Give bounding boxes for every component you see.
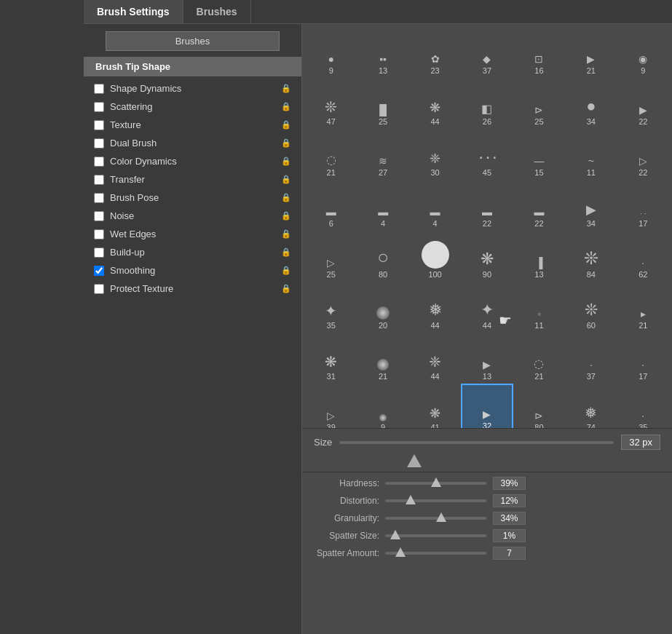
brush-cell[interactable]: 100 bbox=[409, 231, 461, 282]
brush-cell[interactable]: · 62 bbox=[617, 231, 669, 282]
checkbox-build-up[interactable] bbox=[94, 247, 104, 258]
tab-brushes[interactable]: Brushes bbox=[183, 0, 251, 23]
brush-cell[interactable]: ✿ 23 bbox=[409, 27, 461, 78]
brush-cell[interactable]: ❅ 44 bbox=[409, 282, 461, 333]
checkbox-shape-dynamics[interactable] bbox=[94, 84, 104, 94]
brush-cell[interactable]: ◆ 37 bbox=[461, 27, 513, 78]
brush-cell[interactable]: ❊ 84 bbox=[565, 231, 617, 282]
brush-preview: ▶ bbox=[483, 408, 491, 420]
setting-color-dynamics[interactable]: Color Dynamics 🔒 bbox=[84, 152, 301, 170]
brush-cell[interactable]: — 15 bbox=[513, 129, 565, 180]
spatter-size-value[interactable]: 1% bbox=[493, 529, 526, 542]
spatter-size-slider[interactable] bbox=[385, 534, 487, 537]
granularity-value[interactable]: 34% bbox=[493, 512, 526, 525]
brush-cell[interactable]: ▬ 22 bbox=[461, 180, 513, 231]
brush-cell[interactable]: ⊳ 25 bbox=[513, 78, 565, 129]
setting-wet-edges[interactable]: Wet Edges 🔒 bbox=[84, 225, 301, 243]
size-value[interactable]: 32 px bbox=[621, 435, 660, 450]
setting-noise[interactable]: Noise 🔒 bbox=[84, 207, 301, 225]
brush-cell[interactable]: ◌ 21 bbox=[513, 333, 565, 384]
brush-cell[interactable]: ● 9 bbox=[305, 27, 357, 78]
brush-cell[interactable]: ❊ 47 bbox=[305, 78, 357, 129]
label-brush-pose: Brush Pose bbox=[110, 192, 275, 203]
checkbox-wet-edges[interactable] bbox=[94, 229, 104, 239]
brushes-button[interactable]: Brushes bbox=[106, 31, 280, 51]
brush-cell[interactable]: ▷ 39 bbox=[305, 384, 357, 428]
distortion-value[interactable]: 12% bbox=[493, 494, 526, 507]
brush-cell[interactable]: ◉ 9 bbox=[617, 27, 669, 78]
checkbox-transfer[interactable] bbox=[94, 175, 104, 185]
brush-cell[interactable]: ❈ 44 bbox=[409, 333, 461, 384]
brush-cell[interactable]: ❈ 30 bbox=[409, 129, 461, 180]
brush-cell[interactable]: ~ 11 bbox=[565, 129, 617, 180]
checkbox-noise[interactable] bbox=[94, 211, 104, 221]
hardness-value[interactable]: 39% bbox=[493, 477, 526, 490]
checkbox-color-dynamics[interactable] bbox=[94, 156, 104, 167]
granularity-slider[interactable] bbox=[385, 517, 487, 520]
tab-brush-settings[interactable]: Brush Settings bbox=[84, 0, 183, 23]
brush-cell[interactable]: ● 34 bbox=[565, 78, 617, 129]
brush-cell[interactable]: · 35 bbox=[617, 384, 669, 428]
setting-protect-texture[interactable]: Protect Texture 🔒 bbox=[84, 280, 301, 298]
brush-cell[interactable]: · 17 bbox=[617, 333, 669, 384]
brush-cell[interactable]: ❊ 60 bbox=[565, 282, 617, 333]
checkbox-smoothing[interactable] bbox=[94, 266, 104, 276]
distortion-slider[interactable] bbox=[385, 499, 487, 502]
brush-cell[interactable]: ▐▌ 25 bbox=[357, 78, 408, 129]
brush-cell[interactable]: ▷ 22 bbox=[617, 129, 669, 180]
brush-cell[interactable]: 20 bbox=[357, 282, 408, 333]
brush-cell[interactable]: ≋ 27 bbox=[357, 129, 408, 180]
setting-brush-pose[interactable]: Brush Pose 🔒 bbox=[84, 189, 301, 207]
brush-cell[interactable]: 21 bbox=[357, 333, 408, 384]
brush-cell[interactable]: ❋ 44 bbox=[409, 78, 461, 129]
brush-cell[interactable]: ◦ 11 bbox=[513, 282, 565, 333]
checkbox-dual-brush[interactable] bbox=[94, 138, 104, 148]
setting-build-up[interactable]: Build-up 🔒 bbox=[84, 243, 301, 261]
brush-cell-selected[interactable]: ▶ 32 bbox=[461, 384, 513, 428]
brush-cell[interactable]: ✦ 44 ☛ bbox=[461, 282, 513, 333]
checkbox-protect-texture[interactable] bbox=[94, 284, 104, 294]
brush-cell[interactable]: · · · 45 bbox=[461, 129, 513, 180]
brush-cell[interactable]: ⊳ 80 bbox=[513, 384, 565, 428]
checkbox-scattering[interactable] bbox=[94, 102, 104, 112]
spatter-amount-label: Spatter Amount: bbox=[314, 548, 379, 558]
checkbox-texture[interactable] bbox=[94, 120, 104, 130]
hardness-slider[interactable] bbox=[385, 482, 487, 485]
setting-scattering[interactable]: Scattering 🔒 bbox=[84, 98, 301, 116]
setting-dual-brush[interactable]: Dual Brush 🔒 bbox=[84, 134, 301, 152]
spatter-amount-slider[interactable] bbox=[385, 552, 487, 555]
setting-smoothing[interactable]: Smoothing 🔒 bbox=[84, 261, 301, 280]
brush-cell[interactable]: ❋ 41 bbox=[409, 384, 461, 428]
brush-cell[interactable]: ▬ 4 bbox=[409, 180, 461, 231]
brush-cell[interactable]: ▶ 21 bbox=[565, 27, 617, 78]
brush-cell[interactable]: ▶ 13 bbox=[461, 333, 513, 384]
checkbox-brush-pose[interactable] bbox=[94, 193, 104, 203]
brush-cell[interactable]: ⊡ 16 bbox=[513, 27, 565, 78]
brush-cell[interactable]: ◧ 26 bbox=[461, 78, 513, 129]
brush-cell[interactable]: ❋ 90 bbox=[461, 231, 513, 282]
brush-cell[interactable]: ○ 80 bbox=[357, 231, 408, 282]
brush-cell[interactable]: ▶ 22 bbox=[617, 78, 669, 129]
brush-size: 84 bbox=[587, 270, 596, 279]
brush-cell[interactable]: ✦ 35 bbox=[305, 282, 357, 333]
brush-cell[interactable]: ❋ 31 bbox=[305, 333, 357, 384]
brush-cell[interactable]: ▪▪ 13 bbox=[357, 27, 408, 78]
size-triangle-icon[interactable] bbox=[407, 454, 422, 467]
brush-cell[interactable]: · · 17 bbox=[617, 180, 669, 231]
brush-cell[interactable]: ▬ 4 bbox=[357, 180, 408, 231]
brush-cell[interactable]: ▐ 13 bbox=[513, 231, 565, 282]
brush-cell[interactable]: ▬ 22 bbox=[513, 180, 565, 231]
brush-cell[interactable]: ▬ 6 bbox=[305, 180, 357, 231]
setting-transfer[interactable]: Transfer 🔒 bbox=[84, 170, 301, 189]
brush-cell[interactable]: ▸ 21 bbox=[617, 282, 669, 333]
brush-cell[interactable]: ▶ 34 bbox=[565, 180, 617, 231]
spatter-amount-value[interactable]: 7 bbox=[493, 547, 526, 560]
brush-cell[interactable]: · 37 bbox=[565, 333, 617, 384]
setting-texture[interactable]: Texture 🔒 bbox=[84, 116, 301, 134]
setting-shape-dynamics[interactable]: Shape Dynamics 🔒 bbox=[84, 79, 301, 98]
brush-cell[interactable]: ❅ 74 bbox=[565, 384, 617, 428]
size-slider-track[interactable] bbox=[339, 441, 614, 444]
brush-cell[interactable]: ◌ 21 bbox=[305, 129, 357, 180]
brush-cell[interactable]: ▷ 25 bbox=[305, 231, 357, 282]
brush-cell[interactable]: 9 bbox=[357, 384, 408, 428]
